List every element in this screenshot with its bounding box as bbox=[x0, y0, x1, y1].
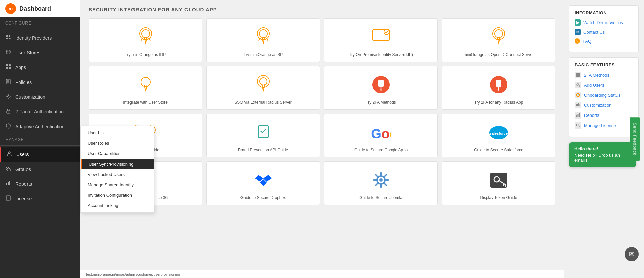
card-label-2fa-radius: Try 2FA for any Radius App bbox=[474, 100, 523, 105]
dropdown-item-user-list[interactable]: User List bbox=[81, 128, 154, 138]
card-integrate[interactable]: Integrate with User Store bbox=[89, 66, 202, 110]
sidebar-item-groups[interactable]: Groups bbox=[0, 162, 80, 177]
sidebar-item-customization[interactable]: Customization bbox=[0, 90, 80, 104]
card-label-google: Guide to Secure Google Apps bbox=[354, 147, 408, 153]
svg-point-31 bbox=[259, 30, 267, 38]
card-icon-idp bbox=[136, 25, 156, 49]
card-token[interactable]: Display Token Guide bbox=[442, 161, 555, 205]
dropdown-item-user-roles[interactable]: User Roles bbox=[81, 138, 154, 148]
cards-row-4: W Guide to Secure Office 365 bbox=[89, 161, 555, 205]
card-label-onprem: Try On-Premise Identity Server(IdP) bbox=[349, 52, 413, 58]
video-icon: ▶ bbox=[575, 19, 581, 26]
onboarding-status-link[interactable]: Onboarding Status bbox=[575, 92, 633, 98]
sidebar-item-2fa[interactable]: 2-Factor Authentication bbox=[0, 104, 80, 119]
faq-link[interactable]: ? FAQ bbox=[575, 38, 633, 44]
2fa-methods-link[interactable]: 2FA Methods bbox=[575, 72, 633, 78]
card-2fa-radius[interactable]: Try 2FA for any Radius App bbox=[442, 66, 555, 110]
svg-line-74 bbox=[376, 183, 378, 185]
customization-icon bbox=[5, 94, 11, 100]
svg-rect-80 bbox=[576, 73, 578, 75]
sidebar-item-users[interactable]: Users bbox=[0, 147, 80, 162]
information-title: INFORMATION bbox=[575, 10, 633, 15]
dropdown-item-manage-shared[interactable]: Manage Shared Identity bbox=[81, 180, 154, 190]
card-icon-salesforce: salesforce bbox=[487, 121, 511, 144]
card-icon-radius bbox=[253, 73, 273, 96]
sidebar-item-label: Apps bbox=[15, 65, 26, 70]
svg-rect-10 bbox=[6, 67, 8, 69]
sidebar-item-label: Identity Providers bbox=[15, 35, 52, 41]
contact-us-link[interactable]: ✉ Contact Us bbox=[575, 29, 633, 35]
svg-rect-42 bbox=[378, 80, 384, 87]
card-openid[interactable]: miniOrange as OpenID Connect Server bbox=[442, 18, 555, 62]
card-salesforce[interactable]: salesforce Guide to Secure Salesforce bbox=[442, 114, 555, 157]
send-feedback-tab[interactable]: Send Feedback bbox=[630, 117, 640, 161]
add-users-label: Add Users bbox=[584, 83, 604, 88]
sidebar-item-adaptive-auth[interactable]: Adaptive Authentication bbox=[0, 119, 80, 134]
svg-rect-91 bbox=[580, 104, 580, 106]
card-radius[interactable]: SSO via External Radius Server bbox=[206, 66, 320, 110]
card-onprem[interactable]: Try On-Premise Identity Server(IdP) bbox=[324, 18, 438, 62]
sidebar-item-identity-providers[interactable]: Identity Providers bbox=[0, 31, 80, 45]
reports-link2[interactable]: Reports bbox=[575, 112, 633, 119]
sidebar-item-label: License bbox=[15, 196, 32, 201]
chat-icon[interactable]: ✉ bbox=[625, 247, 639, 261]
card-icon-fraud-api bbox=[253, 121, 273, 144]
card-2fa-methods[interactable]: Try 2FA Methods bbox=[324, 66, 438, 110]
dropdown-item-user-capabilities[interactable]: User Capabilities bbox=[81, 148, 154, 159]
customization-link[interactable]: Customization bbox=[575, 102, 633, 108]
add-users-link[interactable]: Add Users bbox=[575, 82, 633, 88]
sidebar-item-policies[interactable]: Policies bbox=[0, 75, 80, 90]
watch-demo-link[interactable]: ▶ Watch Demo Videos bbox=[575, 19, 633, 26]
onboarding-label: Onboarding Status bbox=[584, 93, 620, 98]
card-idp[interactable]: Try miniOrange as IDP bbox=[89, 18, 202, 62]
card-google[interactable]: Google Guide to Secure Google Apps bbox=[324, 114, 438, 157]
sidebar-item-user-stores[interactable]: User Stores bbox=[0, 45, 80, 60]
manage-license-link[interactable]: Manage License bbox=[575, 122, 633, 129]
svg-rect-89 bbox=[577, 104, 578, 106]
svg-rect-93 bbox=[578, 114, 579, 117]
sidebar-item-license[interactable]: License bbox=[0, 191, 80, 206]
logo-icon: m bbox=[5, 3, 16, 14]
svg-point-84 bbox=[577, 83, 579, 85]
sidebar-item-reports[interactable]: Reports bbox=[0, 177, 80, 191]
svg-point-20 bbox=[7, 167, 8, 169]
reports-icon bbox=[5, 181, 11, 187]
sidebar-item-label: Customization bbox=[15, 94, 45, 100]
dropdown-item-view-locked[interactable]: View Locked Users bbox=[81, 169, 154, 180]
chat-bubble-message: Need Help? Drop us an email ! bbox=[574, 153, 631, 163]
svg-rect-81 bbox=[578, 73, 580, 75]
dropdown-item-user-sync[interactable]: User Sync/Provisioning bbox=[81, 159, 154, 169]
svg-point-38 bbox=[141, 77, 150, 87]
svg-rect-82 bbox=[576, 75, 578, 77]
configure-section-label: Configure bbox=[0, 17, 80, 28]
svg-point-16 bbox=[8, 96, 9, 97]
onboarding-icon bbox=[575, 92, 581, 98]
cards-row-1: Try miniOrange as IDP Try miniOrange as … bbox=[89, 18, 555, 62]
svg-point-37 bbox=[495, 30, 503, 38]
groups-icon bbox=[5, 166, 11, 173]
cards-row-3: User API Guide Fraud Prevention API Guid… bbox=[89, 114, 555, 157]
dropdown-item-invitation-config[interactable]: Invitation Configuration bbox=[81, 190, 154, 200]
2fa-icon bbox=[5, 108, 11, 115]
card-sp[interactable]: Try miniOrange as SP bbox=[206, 18, 320, 62]
card-joomla[interactable]: Guide to Secure Joomla bbox=[324, 161, 438, 205]
svg-rect-83 bbox=[578, 75, 580, 77]
card-label-radius: SSO via External Radius Server bbox=[234, 100, 292, 105]
card-fraud-api[interactable]: Fraud Prevention API Guide bbox=[206, 114, 320, 157]
svg-point-66 bbox=[379, 178, 383, 182]
sidebar: m Dashboard Configure Identity Providers… bbox=[0, 0, 80, 278]
svg-point-21 bbox=[9, 167, 10, 169]
sidebar-item-apps[interactable]: Apps bbox=[0, 60, 80, 75]
chat-bubble: Hello there! Need Help? Drop us an email… bbox=[569, 142, 636, 167]
svg-point-39 bbox=[257, 75, 269, 87]
2fa-methods-label: 2FA Methods bbox=[584, 73, 609, 78]
page-heading: SECURITY INTEGRATION FOR ANY CLOUD APP bbox=[89, 7, 555, 12]
content-area: SECURITY INTEGRATION FOR ANY CLOUD APP bbox=[80, 0, 644, 278]
reports-label: Reports bbox=[584, 113, 599, 118]
dropdown-item-account-linking[interactable]: Account Linking bbox=[81, 200, 154, 211]
card-dropbox[interactable]: Guide to Secure Dropbox bbox=[206, 161, 320, 205]
card-label-2fa-methods: Try 2FA Methods bbox=[366, 100, 396, 105]
basic-features-box: BASIC FEATURES 2FA Methods Add Users Onb… bbox=[569, 57, 639, 137]
card-icon-dropbox bbox=[253, 168, 273, 192]
svg-rect-46 bbox=[496, 80, 501, 87]
